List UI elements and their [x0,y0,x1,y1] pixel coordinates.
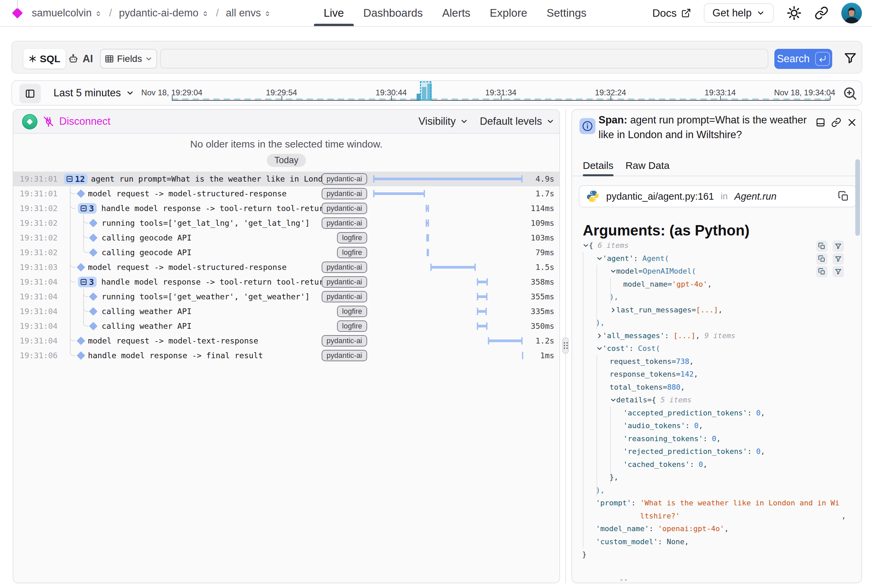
trace-duration: 1.5s [535,260,554,274]
span-diamond-icon [76,351,85,360]
collapse-count-badge[interactable]: 3 [78,277,97,287]
code-text: } [582,548,586,561]
timeline-tick-mark [282,96,282,100]
gantt-bar [373,192,425,195]
filter-button[interactable] [843,51,857,65]
code-token: 'custom_model' [596,537,658,546]
code-token: , [703,460,707,469]
gantt-bar-cap [428,234,429,242]
gantt-bar [430,266,476,268]
top-navigation: samuelcolvin/pydantic-ai-demo/all envs L… [0,0,872,27]
sql-mode-button[interactable]: SQL [23,49,66,69]
tree-line [83,304,84,319]
detail-tab-raw-data[interactable]: Raw Data [626,160,670,176]
tab-settings[interactable]: Settings [537,0,596,26]
panel-resize-handle[interactable] [562,338,569,354]
dock-panel-button[interactable] [815,117,826,128]
docs-link[interactable]: Docs [652,7,691,20]
trace-row[interactable]: 19:31:0112agent run prompt=What is the w… [13,172,559,186]
trace-row[interactable]: 19:31:02running tools=['get_lat_lng', 'g… [13,216,559,231]
code-token: , [761,447,765,456]
tab-alerts[interactable]: Alerts [433,0,480,26]
fields-dropdown[interactable]: Fields [100,49,157,69]
detail-tab-details[interactable]: Details [583,160,614,176]
trace-row[interactable]: 19:31:04model request -> model-text-resp… [13,333,559,348]
gantt-bar-cap [486,322,487,330]
timeline-zoom-button[interactable] [842,86,858,101]
trace-row[interactable]: 19:31:043handle model response -> tool-r… [13,274,559,290]
filter-value-button[interactable] [833,240,844,252]
arguments-heading: Arguments: (as Python) [583,222,750,239]
tree-line [70,216,70,231]
scope-tag: logfire [337,320,367,332]
share-link-button[interactable] [815,6,829,20]
tab-live[interactable]: Live [314,0,354,26]
python-icon [586,190,599,203]
code-line: ), [572,291,861,304]
ai-mode-button[interactable]: AI [68,49,93,69]
trace-row[interactable]: 19:31:04calling weather APIlogfire335ms [13,304,559,319]
funnel-icon [835,243,842,250]
trace-row[interactable]: 19:31:01model request -> model-structure… [13,186,559,201]
timeline-plot[interactable]: Nov 18, 19:29:0419:29:5419:30:4419:31:34… [12,81,862,105]
copy-span-link-button[interactable] [831,117,841,128]
copy-value-button[interactable] [816,240,827,252]
get-help-button[interactable]: Get help [704,3,774,23]
trace-duration: 1.2s [535,333,554,348]
span-diamond-icon [89,234,97,242]
default-levels-dropdown[interactable]: Default levels [480,116,555,128]
trace-duration: 1ms [540,348,554,363]
copy-location-button[interactable] [838,190,849,202]
trace-tag-wrap: logfire [314,304,367,319]
breadcrumb-item-all envs[interactable]: all envs [226,7,271,19]
gantt-cell [373,348,523,363]
trace-row[interactable]: 19:31:023handle model response -> tool-r… [13,201,559,216]
trace-row[interactable]: 19:31:04running tools=['get_weather', 'g… [13,290,559,304]
code-line: 'reasoning_tokens': 0, [572,432,861,446]
span-diamond-icon [89,248,97,256]
trace-row[interactable]: 19:31:02calling geocode APIlogfire103ms [13,231,559,245]
trace-timestamp: 19:31:02 [20,201,57,216]
filter-value-button[interactable] [833,266,844,277]
gantt-cell [373,274,523,290]
empty-window-message: No older items in the selected time wind… [13,138,559,150]
span-diamond-icon [76,336,85,345]
trace-timestamp: 19:31:04 [20,290,57,304]
theme-toggle-button[interactable] [787,5,802,21]
trace-label: model request -> model-structured-respon… [88,260,326,274]
trace-row[interactable]: 19:31:02calling geocode APIlogfire79ms [13,245,559,260]
search-button[interactable]: Search [775,49,832,69]
timeline-selection[interactable] [420,81,432,100]
copy-value-button[interactable] [816,253,827,265]
visibility-dropdown[interactable]: Visibility [419,116,469,128]
code-text: model_name='gpt-4o', [623,278,712,291]
trace-label: running tools=['get_lat_lng', 'get_lat_l… [102,216,326,231]
breadcrumb-item-pydantic-ai-demo[interactable]: pydantic-ai-demo [119,7,209,19]
trace-tag-wrap: logfire [314,319,367,333]
code-text: total_tokens=880, [610,381,685,394]
disconnect-button[interactable]: Disconnect [42,110,110,133]
fields-label: Fields [117,54,142,64]
zoom-in-icon [842,86,858,101]
code-token: ), [596,318,605,327]
timeline-baseline [172,100,830,100]
breadcrumb: samuelcolvin/pydantic-ai-demo/all envs [32,7,271,19]
tab-dashboards[interactable]: Dashboards [354,0,433,26]
trace-timestamp: 19:31:06 [20,348,57,363]
close-panel-button[interactable] [847,117,857,128]
search-query-input[interactable] [161,50,768,68]
trace-row[interactable]: 19:31:03model request -> model-structure… [13,260,559,274]
filter-value-button[interactable] [833,253,844,265]
code-text: 'model_name': 'openai:gpt-4o', [596,522,728,536]
avatar[interactable] [841,3,862,23]
code-location-chip[interactable]: pydantic_ai/agent.py:161 in Agent.run [579,185,857,207]
collapse-count-badge[interactable]: 12 [64,174,88,184]
breadcrumb-item-samuelcolvin[interactable]: samuelcolvin [32,7,102,19]
tab-explore[interactable]: Explore [480,0,537,26]
today-pill[interactable]: Today [267,154,306,167]
copy-value-button[interactable] [816,266,827,277]
trace-row[interactable]: 19:31:04calling weather APIlogfire350ms [13,319,559,333]
detail-scrollbar-thumb[interactable] [855,159,860,236]
collapse-count-badge[interactable]: 3 [78,203,97,214]
trace-row[interactable]: 19:31:06handle model response -> final r… [13,348,559,363]
